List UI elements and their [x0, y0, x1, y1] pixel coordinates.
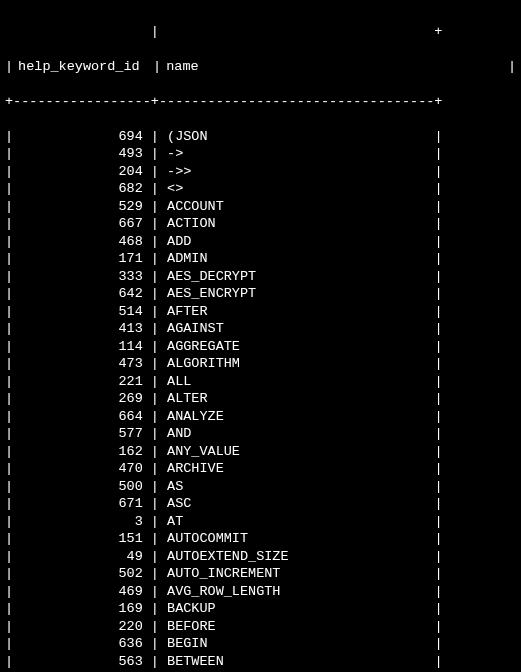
cell-name: ACCOUNT [159, 198, 434, 216]
cell-id: 667 [13, 215, 151, 233]
cell-id: 563 [13, 653, 151, 671]
table-row: | 114 | AGGREGATE | [5, 338, 516, 356]
cell-id: 114 [13, 338, 151, 356]
cell-name: (JSON [159, 128, 434, 146]
cell-name: ADMIN [159, 250, 434, 268]
cell-id: 694 [13, 128, 151, 146]
cell-id: 473 [13, 355, 151, 373]
table-header: |help_keyword_id|name| [5, 58, 516, 76]
cell-name: ANALYZE [159, 408, 434, 426]
table-row: | 204 | ->> | [5, 163, 516, 181]
table-row: | 664 | ANALYZE | [5, 408, 516, 426]
table-row: | 470 | ARCHIVE | [5, 460, 516, 478]
cell-id: 468 [13, 233, 151, 251]
table-row: | 563 | BETWEEN | [5, 653, 516, 671]
table-row: | 500 | AS | [5, 478, 516, 496]
cell-name: AUTO_INCREMENT [159, 565, 434, 583]
query-result-table: | + |help_keyword_id|name| +------------… [5, 5, 516, 672]
cell-name: BETWEEN [159, 653, 434, 671]
table-row: | 667 | ACTION | [5, 215, 516, 233]
cell-name: AVG_ROW_LENGTH [159, 583, 434, 601]
table-row: | 682 | <> | [5, 180, 516, 198]
cell-name: ARCHIVE [159, 460, 434, 478]
cell-id: 529 [13, 198, 151, 216]
table-row: | 269 | ALTER | [5, 390, 516, 408]
table-row: | 220 | BEFORE | [5, 618, 516, 636]
cell-name: BACKUP [159, 600, 434, 618]
cell-name: ADD [159, 233, 434, 251]
cell-name: AUTOCOMMIT [159, 530, 434, 548]
table-row: | 469 | AVG_ROW_LENGTH | [5, 583, 516, 601]
cell-id: 469 [13, 583, 151, 601]
cell-id: 413 [13, 320, 151, 338]
cell-id: 3 [13, 513, 151, 531]
table-row: | 473 | ALGORITHM | [5, 355, 516, 373]
table-row: | 49 | AUTOEXTEND_SIZE | [5, 548, 516, 566]
table-row: | 514 | AFTER | [5, 303, 516, 321]
cell-id: 171 [13, 250, 151, 268]
table-row: | 151 | AUTOCOMMIT | [5, 530, 516, 548]
table-row: | 468 | ADD | [5, 233, 516, 251]
table-border-header: +-----------------+---------------------… [5, 93, 516, 111]
table-row: | 671 | ASC | [5, 495, 516, 513]
cell-name: -> [159, 145, 434, 163]
cell-name: ANY_VALUE [159, 443, 434, 461]
table-row: | 636 | BEGIN | [5, 635, 516, 653]
cell-id: 577 [13, 425, 151, 443]
cell-id: 220 [13, 618, 151, 636]
cell-name: ALL [159, 373, 434, 391]
cell-name: AGAINST [159, 320, 434, 338]
cell-name: ALGORITHM [159, 355, 434, 373]
cell-id: 636 [13, 635, 151, 653]
cell-id: 642 [13, 285, 151, 303]
cell-name: BEGIN [159, 635, 434, 653]
table-row: | 169 | BACKUP | [5, 600, 516, 618]
table-row: | 221 | ALL | [5, 373, 516, 391]
cell-id: 502 [13, 565, 151, 583]
table-row: | 171 | ADMIN | [5, 250, 516, 268]
cell-name: AND [159, 425, 434, 443]
cell-name: AUTOEXTEND_SIZE [159, 548, 434, 566]
cell-id: 470 [13, 460, 151, 478]
table-border-top: | + [5, 23, 516, 41]
cell-name: ALTER [159, 390, 434, 408]
table-row: | 502 | AUTO_INCREMENT | [5, 565, 516, 583]
table-row: | 577 | AND | [5, 425, 516, 443]
cell-id: 49 [13, 548, 151, 566]
cell-id: 671 [13, 495, 151, 513]
cell-id: 493 [13, 145, 151, 163]
table-row: | 529 | ACCOUNT | [5, 198, 516, 216]
cell-id: 682 [13, 180, 151, 198]
cell-name: ASC [159, 495, 434, 513]
cell-name: AES_ENCRYPT [159, 285, 434, 303]
cell-id: 500 [13, 478, 151, 496]
cell-id: 221 [13, 373, 151, 391]
cell-id: 514 [13, 303, 151, 321]
table-row: | 333 | AES_DECRYPT | [5, 268, 516, 286]
cell-name: AES_DECRYPT [159, 268, 434, 286]
header-col-name: name [161, 58, 508, 76]
table-row: | 413 | AGAINST | [5, 320, 516, 338]
cell-id: 204 [13, 163, 151, 181]
cell-name: ACTION [159, 215, 434, 233]
cell-id: 162 [13, 443, 151, 461]
table-row: | 694 | (JSON | [5, 128, 516, 146]
table-row: | 642 | AES_ENCRYPT | [5, 285, 516, 303]
cell-id: 151 [13, 530, 151, 548]
cell-id: 333 [13, 268, 151, 286]
cell-name: ->> [159, 163, 434, 181]
cell-id: 664 [13, 408, 151, 426]
cell-name: AS [159, 478, 434, 496]
table-row: | 3 | AT | [5, 513, 516, 531]
cell-id: 269 [13, 390, 151, 408]
table-row: | 162 | ANY_VALUE | [5, 443, 516, 461]
cell-name: BEFORE [159, 618, 434, 636]
header-col-id: help_keyword_id [13, 58, 153, 76]
table-row: | 493 | -> | [5, 145, 516, 163]
cell-id: 169 [13, 600, 151, 618]
cell-name: AT [159, 513, 434, 531]
cell-name: AGGREGATE [159, 338, 434, 356]
cell-name: <> [159, 180, 434, 198]
cell-name: AFTER [159, 303, 434, 321]
